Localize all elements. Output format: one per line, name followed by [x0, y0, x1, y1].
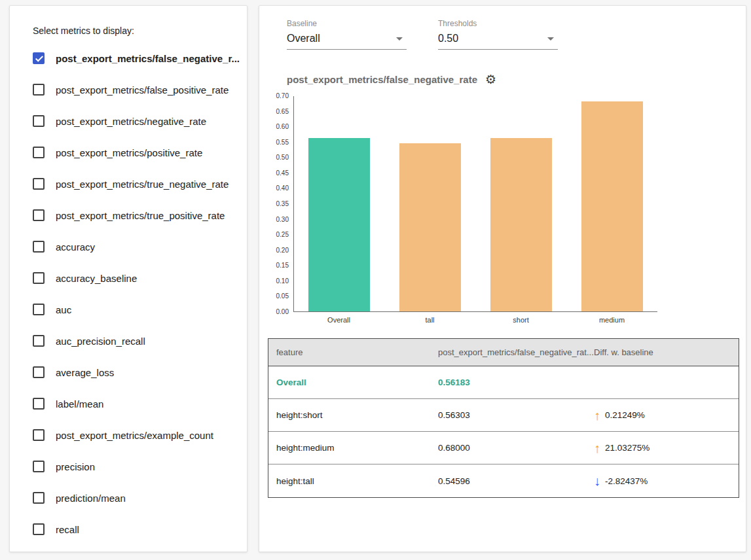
header-metric-value: post_export_metrics/false_negative_rat..… — [430, 339, 586, 366]
metric-item[interactable]: post_export_metrics/false_negative_r... — [33, 43, 236, 74]
metric-label: average_loss — [56, 367, 114, 378]
metric-checkbox[interactable] — [33, 178, 45, 190]
metric-checkbox[interactable] — [33, 304, 45, 315]
arrow-up-icon: ↑ — [594, 442, 600, 455]
metric-checkbox[interactable] — [33, 461, 45, 472]
bar-short[interactable] — [490, 138, 552, 311]
feature-cell: height:short — [268, 405, 430, 425]
y-tick-label: 0.45 — [276, 170, 289, 177]
x-labels: Overalltallshortmedium — [293, 312, 657, 324]
bar-slot — [476, 96, 567, 311]
y-tick-label: 0.40 — [276, 185, 289, 192]
y-axis: 0.700.650.600.550.500.450.400.350.300.25… — [266, 96, 293, 312]
metric-item[interactable]: post_export_metrics/negative_rate — [33, 105, 236, 137]
metric-label: auc_precision_recall — [56, 336, 145, 347]
metric-checkbox[interactable] — [33, 115, 45, 127]
feature-cell: Overall — [268, 372, 430, 393]
y-tick-label: 0.60 — [276, 124, 289, 130]
baseline-select[interactable]: Overall — [287, 31, 407, 50]
metric-checkbox[interactable] — [33, 241, 45, 253]
metric-value-cell: 0.54596 — [430, 471, 586, 491]
metric-checkbox[interactable] — [33, 398, 45, 410]
feature-cell: height:tall — [268, 471, 430, 491]
metric-item[interactable]: accuracy_baseline — [33, 262, 236, 294]
plot-area — [293, 96, 657, 312]
metric-checkbox[interactable] — [33, 209, 45, 221]
metric-label: post_export_metrics/true_negative_rate — [56, 179, 229, 190]
metric-checkbox[interactable] — [33, 147, 45, 158]
metric-value-cell: 0.56303 — [430, 405, 586, 425]
chevron-down-icon — [396, 37, 403, 41]
chart-header: post_export_metrics/false_negative_rate … — [259, 50, 746, 86]
metric-label: post_export_metrics/false_positive_rate — [56, 84, 229, 96]
metric-item[interactable]: prediction/mean — [33, 482, 236, 514]
x-tick-label: medium — [566, 312, 657, 324]
table-header: feature post_export_metrics/false_negati… — [268, 339, 739, 366]
y-tick-label: 0.20 — [276, 247, 289, 254]
metric-label: accuracy_baseline — [56, 273, 137, 284]
y-tick-label: 0.10 — [276, 278, 289, 285]
metric-item[interactable]: recall — [33, 514, 236, 545]
metric-checkbox[interactable] — [33, 366, 45, 378]
metrics-visualization-panel: Baseline Overall Thresholds 0.50 post_ex… — [259, 5, 746, 552]
table-row[interactable]: Overall0.56183 — [268, 366, 739, 399]
baseline-label: Baseline — [287, 19, 407, 28]
metric-label: post_export_metrics/positive_rate — [56, 147, 202, 158]
controls-bar: Baseline Overall Thresholds 0.50 — [259, 6, 746, 50]
metric-checkbox[interactable] — [33, 429, 45, 441]
chart-title: post_export_metrics/false_negative_rate — [287, 74, 477, 85]
metric-item[interactable]: post_export_metrics/example_count — [33, 419, 236, 451]
metrics-list: post_export_metrics/false_negative_r...p… — [33, 43, 236, 545]
metric-value-cell: 0.56183 — [430, 372, 586, 393]
table-row[interactable]: height:medium0.68000↑21.03275% — [268, 432, 739, 464]
metric-item[interactable]: label/mean — [33, 388, 236, 419]
bar-chart: 0.700.650.600.550.500.450.400.350.300.25… — [266, 96, 746, 324]
table-row[interactable]: height:tall0.54596↓-2.82437% — [268, 464, 739, 497]
metric-item[interactable]: auc_precision_recall — [33, 325, 236, 357]
y-tick-label: 0.70 — [276, 93, 289, 99]
metric-label: auc — [56, 304, 71, 315]
metric-checkbox[interactable] — [33, 84, 45, 96]
bar-tall[interactable] — [399, 143, 461, 311]
metric-item[interactable]: auc — [33, 294, 236, 325]
y-tick-label: 0.55 — [276, 139, 289, 146]
chevron-down-icon — [547, 37, 554, 41]
diff-cell: ↓-2.82437% — [586, 469, 739, 493]
metric-checkbox[interactable] — [33, 523, 45, 535]
bar-Overall[interactable] — [308, 138, 370, 311]
y-tick-label: 0.05 — [276, 293, 289, 300]
y-tick-label: 0.50 — [276, 154, 289, 161]
metric-checkbox[interactable] — [33, 335, 45, 347]
metric-checkbox[interactable] — [33, 52, 45, 64]
thresholds-control: Thresholds 0.50 — [438, 19, 558, 50]
thresholds-select[interactable]: 0.50 — [438, 31, 558, 50]
metric-value-cell: 0.68000 — [430, 438, 586, 458]
thresholds-selected-value: 0.50 — [438, 33, 458, 44]
arrow-up-icon: ↑ — [594, 409, 600, 422]
x-tick-label: short — [475, 312, 566, 324]
metric-label: post_export_metrics/negative_rate — [56, 116, 206, 127]
thresholds-label: Thresholds — [438, 19, 558, 28]
header-diff-baseline: Diff. w. baseline — [586, 339, 739, 366]
metric-item[interactable]: post_export_metrics/false_positive_rate — [33, 74, 236, 105]
metric-item[interactable]: accuracy — [33, 231, 236, 262]
metric-checkbox[interactable] — [33, 272, 45, 284]
bar-slot — [294, 96, 385, 311]
metric-label: precision — [56, 461, 95, 472]
bar-medium[interactable] — [581, 101, 643, 311]
baseline-control: Baseline Overall — [287, 19, 407, 50]
metric-item[interactable]: precision — [33, 451, 236, 482]
feature-cell: height:medium — [268, 438, 430, 458]
metric-label: post_export_metrics/true_positive_rate — [56, 210, 225, 221]
metric-item[interactable]: post_export_metrics/positive_rate — [33, 137, 236, 168]
metric-item[interactable]: post_export_metrics/true_positive_rate — [33, 200, 236, 231]
metric-item[interactable]: average_loss — [33, 357, 236, 388]
gear-icon[interactable]: ⚙ — [485, 73, 496, 86]
y-tick-label: 0.00 — [276, 309, 289, 315]
y-tick-label: 0.30 — [276, 217, 289, 223]
table-row[interactable]: height:short0.56303↑0.21249% — [268, 399, 739, 432]
metric-item[interactable]: post_export_metrics/true_negative_rate — [33, 168, 236, 200]
metric-label: post_export_metrics/false_negative_r... — [56, 53, 240, 64]
table-body: Overall0.56183height:short0.56303↑0.2124… — [268, 366, 739, 497]
metric-checkbox[interactable] — [33, 492, 45, 504]
